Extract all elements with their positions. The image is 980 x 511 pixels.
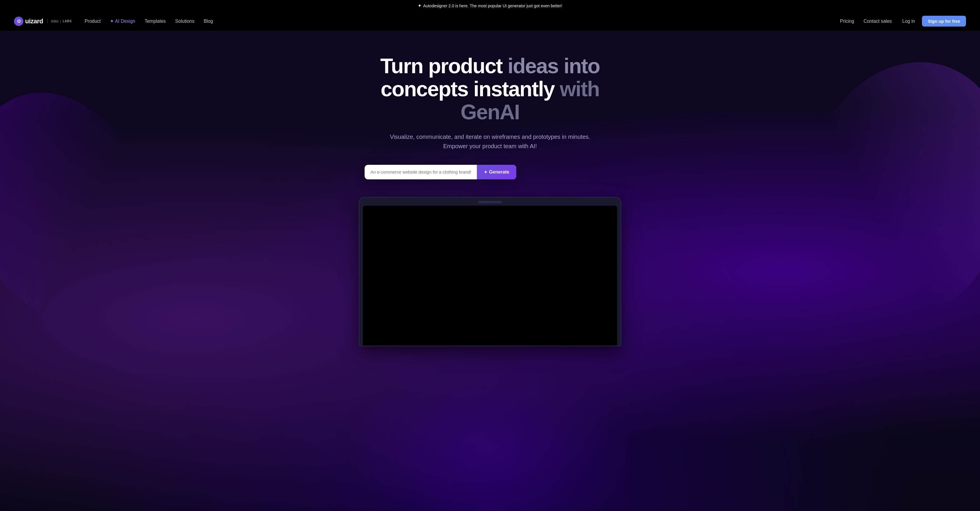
ai-sparkle-icon: ✦ (110, 18, 114, 24)
hero-title-white1: Turn product (380, 54, 508, 78)
miro-text: miro (51, 19, 58, 23)
hero-title-gray1: ideas into (508, 54, 600, 78)
miro-badge: miro | LABS (47, 19, 72, 23)
bg-beam-center (344, 365, 636, 511)
announcement-bar: ✦ Autodesigner 2.0 is here. The most pop… (0, 0, 980, 11)
nav-link-product[interactable]: Product (81, 16, 104, 26)
hero-title: Turn product ideas into concepts instant… (364, 54, 616, 124)
generate-label: Generate (489, 169, 509, 175)
labs-text: LABS (63, 19, 72, 23)
nav-links: Product ✦ AI Design Templates Solutions … (81, 16, 216, 26)
bg-beam-right (775, 38, 980, 345)
generate-button[interactable]: ✦ Generate (477, 165, 516, 179)
hero-content: Turn product ideas into concepts instant… (359, 54, 621, 197)
logo-icon: ⊙ (14, 17, 23, 26)
nav-link-pricing[interactable]: Pricing (837, 16, 858, 26)
nav-link-templates[interactable]: Templates (141, 16, 169, 26)
ai-design-label: AI Design (115, 19, 135, 24)
laptop-notch (478, 201, 502, 203)
nav-left: ⊙ uizard miro | LABS Product ✦ AI Design… (14, 16, 216, 26)
nav-link-solutions[interactable]: Solutions (172, 16, 198, 26)
laptop-mockup (359, 197, 621, 346)
nav-link-blog[interactable]: Blog (200, 16, 216, 26)
logo-text: uizard (25, 18, 43, 25)
laptop-frame (359, 197, 621, 346)
bg-beam-left (0, 67, 181, 346)
uizard-logo[interactable]: ⊙ uizard (14, 17, 43, 26)
generate-sparkle-icon: ✦ (484, 170, 487, 174)
sparkle-icon: ✦ (418, 3, 422, 8)
nav-link-contact-sales[interactable]: Contact sales (860, 16, 896, 26)
nav-link-ai-design[interactable]: ✦ AI Design (107, 16, 138, 26)
laptop-screen (363, 205, 617, 345)
hero-section: Turn product ideas into concepts instant… (0, 31, 980, 511)
nav-right: Pricing Contact sales Log in Sign up for… (837, 16, 966, 27)
generate-bar: ✦ Generate (364, 165, 516, 179)
announcement-text: Autodesigner 2.0 is here. The most popul… (423, 3, 562, 8)
navbar: ⊙ uizard miro | LABS Product ✦ AI Design… (0, 11, 980, 31)
logo-area: ⊙ uizard miro | LABS (14, 17, 72, 26)
hero-subtitle: Visualize, communicate, and iterate on w… (385, 132, 595, 151)
signup-button[interactable]: Sign up for free (922, 16, 966, 27)
login-link[interactable]: Log in (898, 16, 920, 26)
hero-title-white2: concepts instantly (381, 77, 560, 100)
generate-input[interactable] (364, 165, 477, 179)
